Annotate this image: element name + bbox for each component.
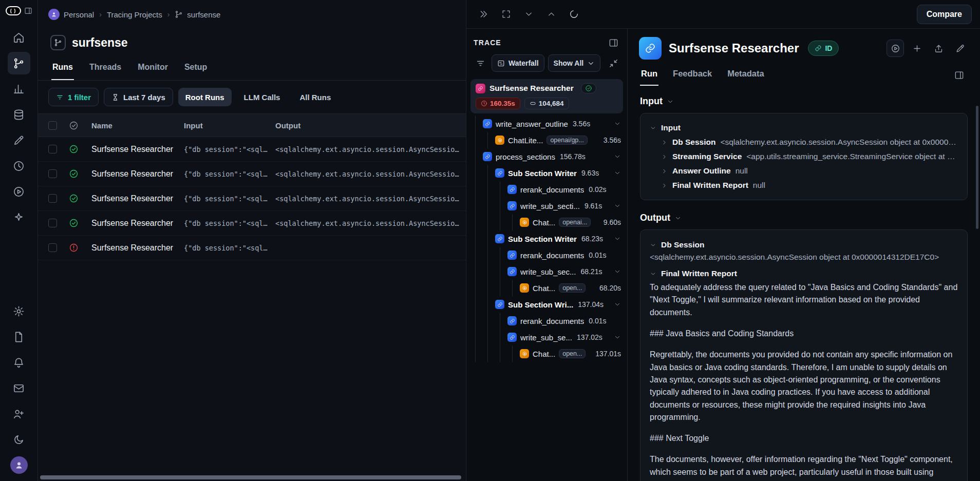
trace-node[interactable]: Chat...open...137.01s — [470, 345, 623, 362]
chevron-down-icon[interactable] — [614, 268, 621, 275]
open-in-playground-button[interactable] — [887, 40, 904, 57]
sidebar-settings[interactable] — [8, 300, 30, 322]
annotate-run-button[interactable] — [951, 40, 969, 57]
sidebar-mail[interactable] — [8, 377, 30, 399]
trace-node[interactable]: rerank_documents0.01s — [470, 247, 623, 263]
run-id-badge[interactable]: ID — [808, 41, 839, 56]
chevron-down-icon[interactable] — [614, 202, 621, 209]
horizontal-scrollbar[interactable] — [40, 475, 461, 479]
vertical-scrollbar[interactable] — [976, 106, 978, 229]
row-checkbox[interactable] — [48, 243, 57, 252]
sidebar-automations[interactable] — [8, 155, 30, 177]
breadcrumb-section[interactable]: Tracing Projects — [107, 10, 162, 19]
trace-node[interactable]: Sub Section Writer68.23s — [470, 230, 623, 247]
row-checkbox[interactable] — [48, 194, 57, 203]
select-all-checkbox[interactable] — [48, 121, 57, 130]
tab-monitor[interactable]: Monitor — [137, 57, 169, 80]
trace-node[interactable]: write_sub_se...137.02s — [470, 329, 623, 345]
add-to-dataset-button[interactable] — [908, 40, 926, 57]
chevron-right-icon — [661, 139, 668, 146]
output-report-key[interactable]: Final Written Report — [650, 269, 958, 278]
toggle-detail-panel-button[interactable] — [950, 67, 968, 84]
table-row[interactable]: Surfsense Researcher{"db_session":"<sqla… — [38, 236, 466, 260]
chevron-down-icon[interactable] — [614, 334, 621, 341]
llm-calls-button[interactable]: LLM Calls — [237, 88, 288, 106]
input-kv-row[interactable]: Streaming Service<app.utils.streaming_se… — [650, 149, 958, 164]
chevron-down-icon[interactable] — [614, 153, 621, 160]
tab-runs[interactable]: Runs — [51, 57, 74, 80]
trace-node[interactable]: Chat...open...68.20s — [470, 280, 623, 296]
table-row[interactable]: Surfsense Researcher{"db_session":"<sqla… — [38, 211, 466, 236]
column-header-name[interactable]: Name — [91, 121, 184, 130]
expand-fullscreen-button[interactable] — [497, 6, 515, 23]
tab-feedback[interactable]: Feedback — [672, 65, 713, 86]
sidebar-tracing-projects[interactable] — [8, 52, 30, 74]
chevron-down-icon — [674, 215, 682, 222]
trace-node[interactable]: process_sections156.78s — [470, 148, 623, 165]
model-badge: openai/gp... — [546, 136, 587, 145]
sidebar-experiments[interactable] — [8, 206, 30, 228]
chevron-down-icon[interactable] — [614, 301, 621, 308]
sidebar-dark-mode[interactable] — [8, 428, 30, 451]
sidebar-notifications[interactable] — [8, 351, 30, 374]
trace-filter-button[interactable] — [473, 55, 488, 71]
collapse-sidebar-icon[interactable] — [24, 7, 32, 15]
trace-node[interactable]: write_sub_secti...9.61s — [470, 198, 623, 214]
collapse-all-button[interactable] — [606, 55, 621, 71]
input-section-label[interactable]: Input — [640, 96, 968, 107]
chevron-down-icon[interactable] — [614, 120, 621, 127]
filter-count-button[interactable]: 1 filter — [48, 88, 99, 106]
tab-metadata[interactable]: Metadata — [726, 65, 765, 86]
trace-node[interactable]: write_answer_outline3.56s — [470, 116, 623, 132]
compare-button[interactable]: Compare — [917, 5, 972, 24]
sidebar-docs[interactable] — [8, 325, 30, 348]
sidebar-datasets[interactable] — [8, 103, 30, 126]
success-status-icon — [69, 169, 79, 179]
input-kv-row[interactable]: Answer Outlinenull — [650, 164, 958, 178]
user-avatar[interactable] — [10, 456, 28, 474]
sidebar-invite-user[interactable] — [8, 402, 30, 425]
input-kv-row[interactable]: Final Written Reportnull — [650, 178, 958, 193]
trace-node[interactable]: rerank_documents0.02s — [470, 181, 623, 198]
trace-node[interactable]: Chat...openai...9.60s — [470, 214, 623, 230]
input-kv-row[interactable]: Input — [650, 121, 958, 135]
share-run-button[interactable] — [930, 40, 947, 57]
tab-threads[interactable]: Threads — [88, 57, 122, 80]
sidebar-annotations[interactable] — [8, 129, 30, 151]
sidebar-playground[interactable] — [8, 180, 30, 203]
row-checkbox[interactable] — [48, 219, 57, 227]
tab-setup[interactable]: Setup — [183, 57, 208, 80]
table-row[interactable]: Surfsense Researcher{"db_session":"<sqla… — [38, 162, 466, 186]
trace-node[interactable]: ChatLite...openai/gp...3.56s — [470, 132, 623, 148]
waterfall-button[interactable]: Waterfall — [492, 54, 544, 72]
trace-root-node[interactable]: Surfsense Researcher 160.35s 104,684 — [470, 79, 623, 113]
chevron-down-icon[interactable] — [614, 235, 621, 242]
show-all-dropdown[interactable]: Show All — [548, 54, 601, 72]
tab-run[interactable]: Run — [640, 65, 658, 86]
toggle-trace-panel-button[interactable] — [607, 36, 620, 49]
previous-run-button[interactable] — [520, 6, 537, 23]
root-runs-button[interactable]: Root Runs — [178, 88, 232, 106]
sidebar-dashboards[interactable] — [8, 78, 30, 100]
collapse-panel-button[interactable] — [475, 6, 492, 23]
trace-node[interactable]: Sub Section Wri...137.04s — [470, 296, 623, 313]
output-section-label[interactable]: Output — [640, 213, 968, 223]
all-runs-button[interactable]: All Runs — [292, 88, 338, 106]
column-header-input[interactable]: Input — [184, 121, 275, 130]
trace-node[interactable]: Sub Section Writer9.63s — [470, 165, 623, 181]
input-kv-row[interactable]: Db Session<sqlalchemy.ext.asyncio.sessio… — [650, 135, 958, 149]
output-db-session-key[interactable]: Db Session — [650, 240, 958, 249]
date-range-button[interactable]: Last 7 days — [104, 88, 173, 106]
row-checkbox[interactable] — [48, 169, 57, 178]
column-header-output[interactable]: Output — [275, 121, 466, 130]
table-row[interactable]: Surfsense Researcher{"db_session":"<sqla… — [38, 186, 466, 211]
sidebar-home[interactable] — [8, 26, 30, 49]
trace-node[interactable]: rerank_documents0.01s — [470, 313, 623, 329]
breadcrumb-project[interactable]: surfsense — [175, 10, 220, 19]
breadcrumb-org[interactable]: Personal — [48, 9, 94, 20]
row-checkbox[interactable] — [48, 145, 57, 153]
trace-node[interactable]: write_sub_sec...68.21s — [470, 263, 623, 280]
table-row[interactable]: Surfsense Researcher{"db_session":"<sqla… — [38, 137, 466, 162]
chevron-down-icon[interactable] — [614, 169, 621, 177]
next-run-button[interactable] — [542, 6, 560, 23]
